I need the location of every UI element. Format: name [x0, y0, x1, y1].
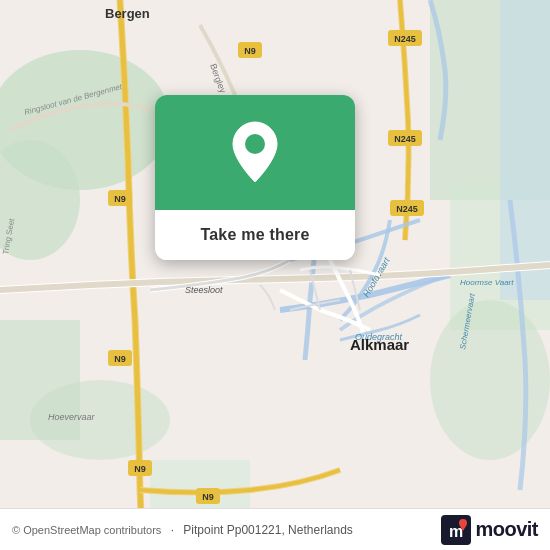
svg-text:N245: N245: [396, 204, 418, 214]
bottom-bar: © OpenStreetMap contributors · Pitpoint …: [0, 508, 550, 550]
moovit-logo-icon: m: [441, 515, 471, 545]
svg-text:Steesloot: Steesloot: [185, 285, 223, 295]
svg-rect-9: [500, 0, 550, 300]
svg-text:Bergen: Bergen: [105, 6, 150, 21]
moovit-logo: m moovit: [441, 515, 538, 545]
svg-point-5: [430, 300, 550, 460]
svg-text:Alkmaar: Alkmaar: [350, 336, 409, 353]
bottom-left: © OpenStreetMap contributors · Pitpoint …: [12, 523, 353, 537]
svg-text:N9: N9: [244, 46, 256, 56]
copyright-text: © OpenStreetMap contributors: [12, 524, 161, 536]
svg-point-38: [245, 134, 265, 154]
svg-text:N9: N9: [114, 354, 126, 364]
svg-text:N245: N245: [394, 134, 416, 144]
location-name: Pitpoint Pp001221, Netherlands: [183, 523, 352, 537]
svg-text:N9: N9: [202, 492, 214, 502]
moovit-text: moovit: [475, 518, 538, 541]
take-me-there-button[interactable]: Take me there: [192, 222, 317, 248]
svg-text:Hoevervaar: Hoevervaar: [48, 412, 96, 422]
svg-point-41: [459, 519, 467, 527]
popup-button-area: Take me there: [155, 210, 355, 260]
svg-text:Hoormse Vaart: Hoormse Vaart: [460, 278, 514, 287]
map-container: N9 N9 N9 N9 N245 N245 N245 Steesloot Hou…: [0, 0, 550, 550]
svg-text:N9: N9: [114, 194, 126, 204]
popup-green-area: [155, 95, 355, 210]
map-background: N9 N9 N9 N9 N245 N245 N245 Steesloot Hou…: [0, 0, 550, 550]
location-pin-icon: [229, 120, 281, 185]
popup-card: Take me there: [155, 95, 355, 260]
svg-text:N9: N9: [134, 464, 146, 474]
svg-text:N245: N245: [394, 34, 416, 44]
